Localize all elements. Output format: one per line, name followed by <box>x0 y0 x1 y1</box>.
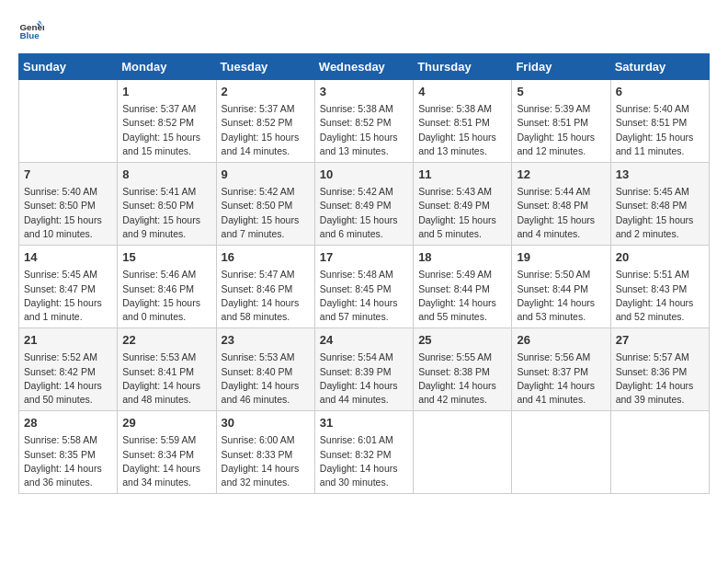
calendar-header-tuesday: Tuesday <box>216 54 314 80</box>
day-info: Sunrise: 5:42 AM Sunset: 8:49 PM Dayligh… <box>320 185 408 241</box>
calendar-cell: 26Sunrise: 5:56 AM Sunset: 8:37 PM Dayli… <box>512 328 610 411</box>
day-number: 22 <box>122 332 210 349</box>
day-number: 12 <box>517 167 605 183</box>
day-info: Sunrise: 5:51 AM Sunset: 8:43 PM Dayligh… <box>616 268 704 324</box>
calendar-cell: 20Sunrise: 5:51 AM Sunset: 8:43 PM Dayli… <box>610 246 709 328</box>
day-number: 26 <box>517 332 605 349</box>
calendar-cell <box>414 411 512 494</box>
day-number: 27 <box>616 332 704 349</box>
day-number: 4 <box>418 84 506 100</box>
svg-text:Blue: Blue <box>19 30 40 40</box>
day-number: 6 <box>616 84 704 100</box>
day-info: Sunrise: 5:59 AM Sunset: 8:34 PM Dayligh… <box>122 433 210 489</box>
calendar-header-sunday: Sunday <box>19 54 118 80</box>
page-header: General Blue <box>18 18 710 44</box>
calendar-cell: 11Sunrise: 5:43 AM Sunset: 8:49 PM Dayli… <box>414 163 512 246</box>
day-number: 28 <box>24 415 112 431</box>
day-number: 3 <box>320 84 408 100</box>
calendar-header-monday: Monday <box>118 54 216 80</box>
calendar-cell: 19Sunrise: 5:50 AM Sunset: 8:44 PM Dayli… <box>512 246 610 328</box>
calendar-header-friday: Friday <box>512 54 610 80</box>
calendar-body: 1Sunrise: 5:37 AM Sunset: 8:52 PM Daylig… <box>19 80 710 494</box>
day-number: 8 <box>122 167 210 183</box>
day-info: Sunrise: 5:52 AM Sunset: 8:42 PM Dayligh… <box>24 350 112 407</box>
calendar-cell: 23Sunrise: 5:53 AM Sunset: 8:40 PM Dayli… <box>216 328 314 411</box>
calendar-cell: 16Sunrise: 5:47 AM Sunset: 8:46 PM Dayli… <box>216 246 314 328</box>
calendar-cell: 24Sunrise: 5:54 AM Sunset: 8:39 PM Dayli… <box>314 328 413 411</box>
day-info: Sunrise: 5:48 AM Sunset: 8:45 PM Dayligh… <box>320 268 408 324</box>
calendar-cell: 12Sunrise: 5:44 AM Sunset: 8:48 PM Dayli… <box>512 163 610 246</box>
day-number: 11 <box>418 167 506 183</box>
calendar-cell <box>610 411 709 494</box>
day-number: 5 <box>517 84 605 100</box>
calendar-week-row: 21Sunrise: 5:52 AM Sunset: 8:42 PM Dayli… <box>19 328 710 411</box>
day-info: Sunrise: 5:37 AM Sunset: 8:52 PM Dayligh… <box>222 102 310 158</box>
day-info: Sunrise: 5:45 AM Sunset: 8:47 PM Dayligh… <box>24 268 112 324</box>
calendar-cell: 10Sunrise: 5:42 AM Sunset: 8:49 PM Dayli… <box>314 163 413 246</box>
day-number: 30 <box>222 415 310 431</box>
calendar-cell: 25Sunrise: 5:55 AM Sunset: 8:38 PM Dayli… <box>414 328 512 411</box>
day-info: Sunrise: 5:39 AM Sunset: 8:51 PM Dayligh… <box>517 102 605 158</box>
calendar-header-wednesday: Wednesday <box>314 54 413 80</box>
day-info: Sunrise: 5:43 AM Sunset: 8:49 PM Dayligh… <box>418 185 506 241</box>
day-number: 13 <box>616 167 704 183</box>
day-number: 21 <box>24 332 112 349</box>
calendar-cell: 17Sunrise: 5:48 AM Sunset: 8:45 PM Dayli… <box>314 246 413 328</box>
day-number: 16 <box>222 249 310 266</box>
calendar-cell: 7Sunrise: 5:40 AM Sunset: 8:50 PM Daylig… <box>19 163 118 246</box>
day-info: Sunrise: 5:56 AM Sunset: 8:37 PM Dayligh… <box>517 350 605 407</box>
calendar-week-row: 7Sunrise: 5:40 AM Sunset: 8:50 PM Daylig… <box>19 163 710 246</box>
calendar-week-row: 28Sunrise: 5:58 AM Sunset: 8:35 PM Dayli… <box>19 411 710 494</box>
day-info: Sunrise: 5:53 AM Sunset: 8:40 PM Dayligh… <box>222 350 310 407</box>
day-info: Sunrise: 5:42 AM Sunset: 8:50 PM Dayligh… <box>222 185 310 241</box>
calendar-cell: 14Sunrise: 5:45 AM Sunset: 8:47 PM Dayli… <box>19 246 118 328</box>
calendar-week-row: 14Sunrise: 5:45 AM Sunset: 8:47 PM Dayli… <box>19 246 710 328</box>
calendar-cell: 2Sunrise: 5:37 AM Sunset: 8:52 PM Daylig… <box>216 80 314 163</box>
day-info: Sunrise: 5:41 AM Sunset: 8:50 PM Dayligh… <box>122 185 210 241</box>
day-info: Sunrise: 5:44 AM Sunset: 8:48 PM Dayligh… <box>517 185 605 241</box>
day-info: Sunrise: 6:00 AM Sunset: 8:33 PM Dayligh… <box>222 433 310 489</box>
calendar-cell: 15Sunrise: 5:46 AM Sunset: 8:46 PM Dayli… <box>118 246 216 328</box>
day-number: 23 <box>222 332 310 349</box>
day-number: 10 <box>320 167 408 183</box>
day-number: 29 <box>122 415 210 431</box>
day-info: Sunrise: 5:45 AM Sunset: 8:48 PM Dayligh… <box>616 185 704 241</box>
calendar-cell: 13Sunrise: 5:45 AM Sunset: 8:48 PM Dayli… <box>610 163 709 246</box>
calendar-cell: 4Sunrise: 5:38 AM Sunset: 8:51 PM Daylig… <box>414 80 512 163</box>
day-info: Sunrise: 5:57 AM Sunset: 8:36 PM Dayligh… <box>616 350 704 407</box>
day-number: 9 <box>222 167 310 183</box>
calendar-cell: 3Sunrise: 5:38 AM Sunset: 8:52 PM Daylig… <box>314 80 413 163</box>
day-info: Sunrise: 5:47 AM Sunset: 8:46 PM Dayligh… <box>222 268 310 324</box>
calendar-cell: 18Sunrise: 5:49 AM Sunset: 8:44 PM Dayli… <box>414 246 512 328</box>
day-number: 1 <box>122 84 210 100</box>
day-info: Sunrise: 5:53 AM Sunset: 8:41 PM Dayligh… <box>122 350 210 407</box>
calendar-cell: 31Sunrise: 6:01 AM Sunset: 8:32 PM Dayli… <box>314 411 413 494</box>
calendar-cell: 5Sunrise: 5:39 AM Sunset: 8:51 PM Daylig… <box>512 80 610 163</box>
calendar-cell: 1Sunrise: 5:37 AM Sunset: 8:52 PM Daylig… <box>118 80 216 163</box>
day-info: Sunrise: 6:01 AM Sunset: 8:32 PM Dayligh… <box>320 433 408 489</box>
calendar-cell: 9Sunrise: 5:42 AM Sunset: 8:50 PM Daylig… <box>216 163 314 246</box>
day-info: Sunrise: 5:40 AM Sunset: 8:50 PM Dayligh… <box>24 185 112 241</box>
calendar-header-row: SundayMondayTuesdayWednesdayThursdayFrid… <box>19 54 710 80</box>
calendar-cell: 30Sunrise: 6:00 AM Sunset: 8:33 PM Dayli… <box>216 411 314 494</box>
day-number: 20 <box>616 249 704 266</box>
calendar-cell: 28Sunrise: 5:58 AM Sunset: 8:35 PM Dayli… <box>19 411 118 494</box>
day-info: Sunrise: 5:58 AM Sunset: 8:35 PM Dayligh… <box>24 433 112 489</box>
day-info: Sunrise: 5:50 AM Sunset: 8:44 PM Dayligh… <box>517 268 605 324</box>
calendar-table: SundayMondayTuesdayWednesdayThursdayFrid… <box>18 53 710 494</box>
day-info: Sunrise: 5:46 AM Sunset: 8:46 PM Dayligh… <box>122 268 210 324</box>
day-info: Sunrise: 5:49 AM Sunset: 8:44 PM Dayligh… <box>418 268 506 324</box>
day-number: 18 <box>418 249 506 266</box>
calendar-cell: 27Sunrise: 5:57 AM Sunset: 8:36 PM Dayli… <box>610 328 709 411</box>
day-info: Sunrise: 5:55 AM Sunset: 8:38 PM Dayligh… <box>418 350 506 407</box>
calendar-cell: 22Sunrise: 5:53 AM Sunset: 8:41 PM Dayli… <box>118 328 216 411</box>
calendar-cell: 21Sunrise: 5:52 AM Sunset: 8:42 PM Dayli… <box>19 328 118 411</box>
calendar-cell <box>512 411 610 494</box>
day-number: 7 <box>24 167 112 183</box>
day-number: 17 <box>320 249 408 266</box>
calendar-cell <box>19 80 118 163</box>
day-info: Sunrise: 5:54 AM Sunset: 8:39 PM Dayligh… <box>320 350 408 407</box>
logo-icon: General Blue <box>18 18 44 44</box>
day-number: 24 <box>320 332 408 349</box>
calendar-header-thursday: Thursday <box>414 54 512 80</box>
